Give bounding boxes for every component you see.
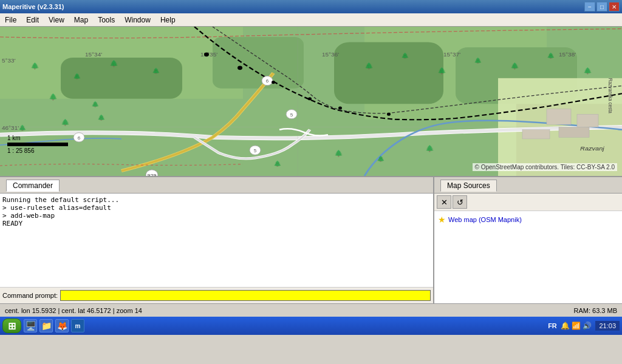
svg-text:🌲: 🌲 xyxy=(474,57,482,64)
svg-text:🌲: 🌲 xyxy=(109,59,118,67)
svg-text:🌲: 🌲 xyxy=(583,67,592,75)
svg-text:🌲: 🌲 xyxy=(73,73,81,80)
scale-bar: 1 km 1 : 25 856 xyxy=(7,135,68,154)
svg-text:15°35': 15°35' xyxy=(200,52,217,58)
svg-text:🌲: 🌲 xyxy=(30,62,39,70)
svg-text:🌲: 🌲 xyxy=(510,62,519,70)
svg-point-60 xyxy=(308,97,312,100)
svg-text:🌲: 🌲 xyxy=(334,149,343,157)
svg-text:🌲: 🌲 xyxy=(425,144,434,152)
svg-text:🌲: 🌲 xyxy=(547,52,555,59)
commander-input[interactable] xyxy=(60,290,431,301)
map-source-item[interactable]: ★ Web map (OSM Mapnik) xyxy=(437,214,620,226)
statusbar: cent. lon 15.5932 | cent. lat 46.5172 | … xyxy=(0,303,622,317)
map-canvas: 929 🌲 🌲 🌲 🌲 🌲 🌲 xyxy=(0,27,622,176)
svg-text:5: 5 xyxy=(290,112,293,117)
svg-text:5: 5 xyxy=(254,149,256,153)
map-sources-list: ★ Web map (OSM Mapnik) xyxy=(434,211,622,303)
commander-tab[interactable]: Commander xyxy=(0,177,433,194)
svg-text:6: 6 xyxy=(266,79,268,84)
commander-prompt-label: Command prompt: xyxy=(2,292,58,299)
svg-point-61 xyxy=(338,106,342,109)
svg-text:15°37': 15°37' xyxy=(443,52,460,58)
svg-text:6: 6 xyxy=(78,135,80,140)
scale-ratio: 1 : 25 856 xyxy=(7,147,68,154)
svg-point-57 xyxy=(204,52,209,56)
svg-text:15°36': 15°36' xyxy=(322,52,339,58)
statusbar-left: cent. lon 15.5932 | cent. lat 46.5172 | … xyxy=(5,307,142,314)
minimize-button[interactable]: − xyxy=(584,2,595,12)
map-sources-tab-label[interactable]: Map Sources xyxy=(440,180,497,192)
taskbar: ⊞ 🖥️ 📁 🦊 m FR 🔔 📶 🔊 21:03 xyxy=(0,317,622,335)
svg-text:46°31': 46°31' xyxy=(2,125,19,130)
output-line-1: Running the default script... xyxy=(2,196,431,204)
refresh-source-button[interactable]: ↺ xyxy=(453,195,467,209)
source-star-icon: ★ xyxy=(438,215,446,224)
lang-indicator: FR xyxy=(548,322,557,329)
svg-text:🌲: 🌲 xyxy=(152,67,160,75)
svg-text:🌲: 🌲 xyxy=(18,124,27,132)
restore-button[interactable]: □ xyxy=(596,2,607,12)
menu-file[interactable]: File xyxy=(0,15,21,25)
menu-tools[interactable]: Tools xyxy=(93,15,120,25)
source-label: Web map (OSM Mapnik) xyxy=(448,216,522,223)
attribution: © OpenStreetMap contributors. Tiles: CC-… xyxy=(473,163,617,171)
svg-text:🌲: 🌲 xyxy=(49,93,58,101)
taskbar-icon-browser[interactable]: 🦊 xyxy=(55,319,69,332)
svg-rect-4 xyxy=(213,37,304,89)
taskbar-sys-icons: 🔔 📶 🔊 xyxy=(561,322,592,330)
map-sources-tab[interactable]: Map Sources xyxy=(434,177,622,194)
svg-text:929: 929 xyxy=(148,172,157,176)
map-sources-toolbar: ✕ ↺ xyxy=(434,194,622,211)
taskbar-icon-app[interactable]: m xyxy=(71,319,84,332)
svg-text:🌲: 🌲 xyxy=(91,101,100,108)
menubar: File Edit View Map Tools Window Help xyxy=(0,13,622,27)
svg-rect-43 xyxy=(522,130,550,139)
menu-help[interactable]: Help xyxy=(156,15,180,25)
svg-text:🌲: 🌲 xyxy=(273,160,282,167)
menu-edit[interactable]: Edit xyxy=(21,15,44,25)
app-title: Maperitive (v2.3.31) xyxy=(2,3,64,10)
svg-text:🌲: 🌲 xyxy=(364,62,374,70)
svg-point-58 xyxy=(238,66,242,70)
svg-rect-40 xyxy=(547,109,571,124)
map-area[interactable]: 929 🌲 🌲 🌲 🌲 🌲 🌲 xyxy=(0,27,622,176)
svg-rect-5 xyxy=(334,42,443,104)
close-button[interactable]: ✕ xyxy=(609,2,620,12)
window-controls: − □ ✕ xyxy=(584,2,620,12)
output-line-3: > add-web-map xyxy=(2,212,431,220)
menu-map[interactable]: Map xyxy=(69,15,93,25)
svg-text:5°33': 5°33' xyxy=(2,58,16,64)
start-icon: ⊞ xyxy=(8,320,16,332)
remove-source-button[interactable]: ✕ xyxy=(437,195,451,209)
output-line-2: > use-ruleset alias=default xyxy=(2,204,431,212)
svg-text:🌲: 🌲 xyxy=(401,52,409,59)
start-button[interactable]: ⊞ xyxy=(2,318,21,333)
commander-prompt-row: Command prompt: xyxy=(0,287,433,303)
menu-window[interactable]: Window xyxy=(120,15,156,25)
taskbar-icon-explorer[interactable]: 📁 xyxy=(39,319,53,332)
map-sources-panel: Map Sources ✕ ↺ ★ Web map (OSM Mapnik) xyxy=(434,177,622,303)
commander-output: Running the default script... > use-rule… xyxy=(0,194,433,287)
svg-text:15°38': 15°38' xyxy=(559,52,576,58)
svg-rect-42 xyxy=(559,127,589,137)
commander-tab-label[interactable]: Commander xyxy=(6,180,60,192)
output-line-4: READY xyxy=(2,220,431,228)
svg-point-59 xyxy=(272,81,275,84)
clock: 21:03 xyxy=(595,321,620,331)
scale-text: 1 km xyxy=(7,135,68,141)
titlebar: Maperitive (v2.3.31) − □ ✕ xyxy=(0,0,622,13)
commander-panel: Commander Running the default script... … xyxy=(0,177,434,303)
scale-bar-line xyxy=(7,143,68,146)
menu-view[interactable]: View xyxy=(44,15,69,25)
svg-rect-41 xyxy=(577,114,598,127)
taskbar-right: FR 🔔 📶 🔊 21:03 xyxy=(548,321,620,331)
svg-text:🌲: 🌲 xyxy=(97,114,106,121)
taskbar-icon-desktop[interactable]: 🖥️ xyxy=(24,319,37,332)
statusbar-right: RAM: 63.3 MB xyxy=(573,307,617,314)
svg-text:🌲: 🌲 xyxy=(437,67,446,75)
bottom-panel: Commander Running the default script... … xyxy=(0,176,622,303)
svg-text:Razvanska cesta: Razvanska cesta xyxy=(607,78,614,113)
svg-point-62 xyxy=(387,113,391,116)
svg-text:🌲: 🌲 xyxy=(61,118,70,126)
